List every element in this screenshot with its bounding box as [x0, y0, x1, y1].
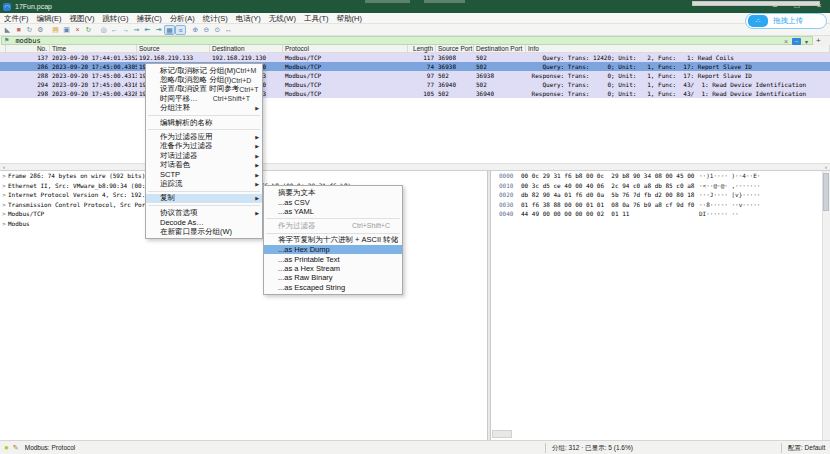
- go-to-packet-icon[interactable]: ⇒: [131, 25, 142, 35]
- col-protocol[interactable]: Protocol: [283, 45, 408, 53]
- expander-icon[interactable]: >: [0, 209, 8, 219]
- submenu-item-as-printable-text[interactable]: ...as Printable Text: [264, 254, 402, 263]
- menu-go[interactable]: 跳转(G): [99, 13, 133, 24]
- packet-list-hscrollbar[interactable]: ‹ ›: [0, 163, 830, 171]
- go-forward-icon[interactable]: →: [120, 25, 131, 35]
- menu-item-time-reference[interactable]: 设置/取消设置 时间参考Ctrl+T: [146, 85, 262, 94]
- status-profile[interactable]: 配置: Default: [781, 443, 825, 453]
- col-time[interactable]: Time: [50, 45, 137, 53]
- hex-row[interactable]: 0020db 82 90 4a 01 f6 d0 0a 5b 76 7d fb …: [491, 190, 830, 200]
- menu-item-follow-stream[interactable]: 追踪流▶: [146, 179, 262, 188]
- reload-icon[interactable]: ↻: [83, 25, 94, 35]
- menu-item-prepare-as-filter[interactable]: 准备作为过滤器▶: [146, 142, 262, 151]
- menu-help[interactable]: 帮助(H): [333, 13, 366, 24]
- submenu-item-bytes-hex-ascii-dump[interactable]: 将字节复制为十六进制 + ASCII 转储: [264, 236, 402, 245]
- menu-statistics[interactable]: 统计(S): [199, 13, 232, 24]
- menu-item-time-shift[interactable]: 时间平移…Ctrl+Shift+T: [146, 94, 262, 103]
- scroll-left-icon[interactable]: ‹: [0, 164, 8, 171]
- menu-item-show-in-new-window[interactable]: 在新窗口显示分组(W): [146, 227, 262, 236]
- col-no[interactable]: No.: [6, 45, 50, 53]
- window-title: 17Fun.pcap: [15, 3, 52, 10]
- col-source[interactable]: Source: [137, 45, 210, 53]
- table-row[interactable]: 137 2023-09-20 17:44:01.535231 192.168.2…: [0, 53, 830, 62]
- go-last-icon[interactable]: ⇥: [153, 25, 164, 35]
- expander-icon[interactable]: >: [0, 171, 8, 181]
- submenu-item-summary-as-text[interactable]: 摘要为文本: [264, 188, 402, 197]
- menu-item-colorize-conversation[interactable]: 对话着色▶: [146, 161, 262, 170]
- menu-item-protocol-preferences[interactable]: 协议首选项▶: [146, 208, 262, 217]
- start-capture-icon[interactable]: ◣: [2, 25, 13, 35]
- submenu-item-as-escaped-string[interactable]: ...as Escaped String: [264, 283, 402, 292]
- menu-item-apply-as-filter[interactable]: 作为过滤器应用▶: [146, 132, 262, 141]
- auto-scroll-icon[interactable]: ▦: [164, 25, 175, 35]
- menu-file[interactable]: 文件(F): [0, 13, 33, 24]
- menu-separator: [266, 218, 400, 219]
- menu-item-ignore-packet[interactable]: 忽略/取消忽略 分组(I)Ctrl+D: [146, 75, 262, 84]
- menu-item-sctp[interactable]: SCTP▶: [146, 170, 262, 179]
- open-file-icon[interactable]: ▤: [50, 25, 61, 35]
- hex-row[interactable]: 004044 49 00 00 00 00 00 02 01 11DI·····…: [491, 209, 830, 219]
- menu-telephony[interactable]: 电话(Y): [232, 13, 265, 24]
- submenu-item-as-yaml[interactable]: ...as YAML: [264, 207, 402, 216]
- colorize-icon[interactable]: ≡: [175, 25, 186, 35]
- submenu-arrow-icon: ▶: [255, 134, 259, 140]
- go-first-icon[interactable]: ⇤: [142, 25, 153, 35]
- col-destination[interactable]: Destination: [210, 45, 283, 53]
- menu-item-copy[interactable]: 复制▶: [146, 194, 262, 203]
- menu-item-edit-resolved-name[interactable]: 编辑解析的名称: [146, 118, 262, 127]
- expert-info-icon[interactable]: ●: [4, 441, 9, 454]
- col-source-port[interactable]: Source Port: [436, 45, 474, 53]
- menu-tools[interactable]: 工具(T): [300, 13, 333, 24]
- menu-item-mark-packet[interactable]: 标记/取消标记 分组(M)Ctrl+M: [146, 66, 262, 75]
- upload-button[interactable]: ∴ 拖拽上传: [745, 13, 827, 29]
- resize-columns-icon[interactable]: ↔: [223, 25, 234, 35]
- menu-wireless[interactable]: 无线(W): [265, 13, 300, 24]
- col-length[interactable]: Length: [408, 45, 436, 53]
- table-row[interactable]: 288 2023-09-20 17:45:00.431304 192.168.2…: [0, 71, 830, 80]
- save-file-icon[interactable]: ▣: [61, 25, 72, 35]
- hex-row[interactable]: 000000 0c 29 31 f6 b8 00 0c 29 b8 90 34 …: [491, 171, 830, 181]
- hex-dump-pane[interactable]: 000000 0c 29 31 f6 b8 00 0c 29 b8 90 34 …: [491, 171, 830, 440]
- hex-row[interactable]: 001000 3c d5 ce 40 00 40 06 2c 94 c0 a8 …: [491, 181, 830, 191]
- find-packet-icon[interactable]: ◎: [98, 25, 109, 35]
- submenu-item-as-csv[interactable]: ...as CSV: [264, 197, 402, 206]
- zoom-in-icon[interactable]: ⊕: [190, 25, 201, 35]
- zoom-out-icon[interactable]: ⊖: [201, 25, 212, 35]
- submenu-arrow-icon: ▶: [255, 210, 259, 216]
- hscroll-thumb[interactable]: [692, 1, 820, 6]
- hex-vscrollbar[interactable]: [822, 171, 830, 440]
- expander-icon[interactable]: >: [0, 190, 8, 200]
- expander-icon[interactable]: >: [0, 219, 8, 229]
- hex-vscroll-thumb[interactable]: [823, 173, 829, 211]
- restart-capture-icon[interactable]: ↻: [24, 25, 35, 35]
- table-row[interactable]: 294 2023-09-20 17:45:00.431666 192.168.2…: [0, 80, 830, 89]
- hex-hscroll-thumb[interactable]: [492, 430, 512, 438]
- col-destination-port[interactable]: Destination Port: [474, 45, 526, 53]
- menu-edit[interactable]: 编辑(E): [33, 13, 66, 24]
- scroll-right-icon[interactable]: ›: [822, 164, 830, 171]
- close-file-icon[interactable]: ×: [72, 25, 83, 35]
- submenu-arrow-icon: ▶: [255, 143, 259, 149]
- expander-icon[interactable]: >: [0, 181, 8, 191]
- menu-item-decode-as[interactable]: Decode As…: [146, 217, 262, 226]
- table-row[interactable]: 298 2023-09-20 17:45:00.432856 192.168.2…: [0, 89, 830, 98]
- go-back-icon[interactable]: ←: [109, 25, 120, 35]
- submenu-item-as-hex-stream[interactable]: ...as a Hex Stream: [264, 264, 402, 273]
- expander-icon[interactable]: >: [0, 200, 8, 210]
- stop-capture-icon[interactable]: ■: [13, 25, 24, 35]
- menu-view[interactable]: 视图(V): [66, 13, 99, 24]
- capture-comment-icon[interactable]: ✎: [13, 441, 19, 454]
- col-info[interactable]: Info: [526, 45, 830, 53]
- zoom-100-icon[interactable]: ⊙: [212, 25, 223, 35]
- submenu-item-as-raw-binary[interactable]: ...as Raw Binary: [264, 273, 402, 282]
- hex-row[interactable]: 003001 f6 38 88 00 00 01 01 08 0a 76 b9 …: [491, 200, 830, 210]
- menu-item-conversation-filter[interactable]: 对话过滤器▶: [146, 151, 262, 160]
- menu-analyze[interactable]: 分析(A): [166, 13, 199, 24]
- table-row-selected[interactable]: 286 2023-09-20 17:45:00.430539 192.168.2…: [0, 62, 830, 71]
- submenu-arrow-icon: ▶: [255, 172, 259, 178]
- submenu-item-as-hex-dump[interactable]: ...as Hex Dump: [264, 245, 402, 254]
- menu-item-packet-comment[interactable]: 分组注释▶: [146, 104, 262, 113]
- menu-capture[interactable]: 捕获(C): [132, 13, 165, 24]
- status-packet-counts: 分组: 312 · 已显示: 5 (1.6%): [545, 443, 633, 453]
- capture-options-icon[interactable]: ⚙: [35, 25, 46, 35]
